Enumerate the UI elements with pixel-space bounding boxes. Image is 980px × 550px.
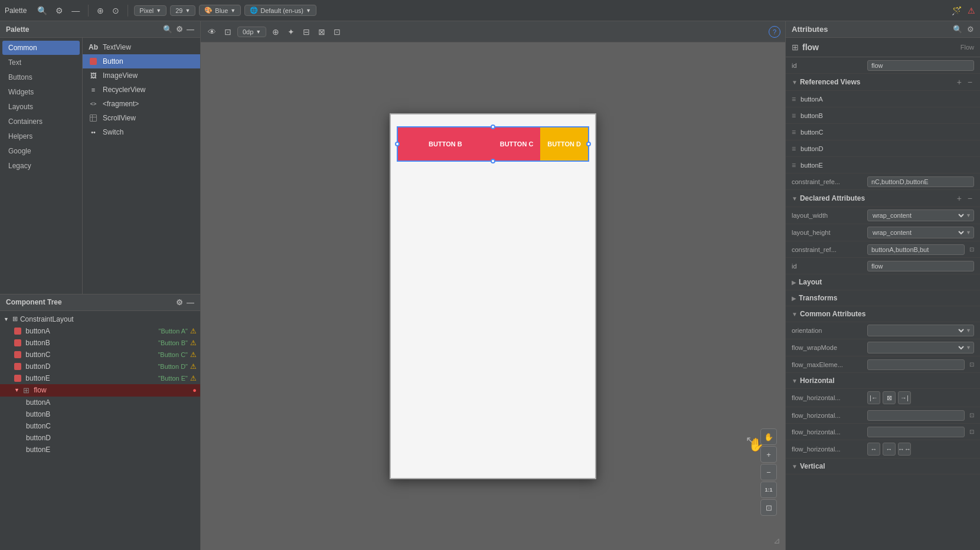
horiz-align-center-btn[interactable]: ⊠ (883, 391, 896, 404)
canvas-tool1-btn[interactable]: ⊕ (270, 26, 282, 38)
declared-attrs-header[interactable]: ▼ Declared Attributes + − (786, 190, 980, 207)
canvas-tool5-btn[interactable]: ⊡ (331, 26, 343, 38)
horiz-align-left-btn[interactable]: |← (867, 391, 880, 404)
declared-attrs-remove-icon[interactable]: − (966, 194, 974, 203)
category-common[interactable]: Common (2, 41, 80, 55)
constraint-ref-input[interactable] (867, 176, 974, 187)
tree-settings-icon[interactable]: ⚙ (176, 298, 183, 307)
category-containers[interactable]: Containers (2, 114, 80, 129)
layers-btn[interactable]: ⊕ (94, 5, 106, 17)
flow-widget[interactable]: BUTTON B BUTTON C BUTTON D (397, 126, 589, 162)
horiz-chain-spread-inside-btn[interactable]: ↔ (883, 443, 896, 456)
handle-top[interactable] (491, 125, 495, 129)
button-c[interactable]: BUTTON C (493, 127, 541, 161)
category-google[interactable]: Google (2, 144, 80, 158)
palette-item-button[interactable]: Button (83, 54, 200, 68)
button-d[interactable]: BUTTON D (540, 127, 588, 161)
horizontal-section-header[interactable]: ▼ Horizontal (786, 373, 980, 389)
category-text[interactable]: Text (2, 55, 80, 70)
zoom-out-btn[interactable]: − (760, 464, 777, 480)
orientation-select[interactable]: horizontal vertical (870, 326, 966, 335)
handle-left[interactable] (395, 142, 400, 146)
ref-views-remove-icon[interactable]: − (966, 77, 974, 87)
layout-width-select[interactable]: wrap_content match_parent match_constrai… (870, 211, 966, 220)
palette-item-scrollview[interactable]: ScrollView (83, 111, 200, 125)
button-b[interactable]: BUTTON B (398, 127, 493, 161)
canvas-dp-selector[interactable]: 0dp ▼ (237, 27, 266, 37)
horiz-chain-spread-btn[interactable]: ↔ (867, 443, 880, 456)
horiz-align-right-btn[interactable]: →| (898, 391, 911, 404)
canvas-tool3-btn[interactable]: ⊟ (300, 26, 312, 38)
palette-settings-icon[interactable]: ⚙ (176, 25, 183, 34)
category-helpers[interactable]: Helpers (2, 129, 80, 143)
tree-flow-buttonA[interactable]: buttonA (0, 397, 200, 408)
locale-selector[interactable]: 🌐 Default (en-us) ▼ (244, 5, 316, 16)
pixel-selector[interactable]: Pixel ▼ (134, 5, 166, 16)
layout-height-select-wrapper[interactable]: wrap_content match_parent ▼ (867, 227, 974, 238)
tree-constraint-layout[interactable]: ▼ ⊞ ConstraintLayout (0, 313, 200, 325)
category-layouts[interactable]: Layouts (2, 100, 80, 114)
canvas-tool4-btn[interactable]: ⊠ (316, 26, 328, 38)
declared-attrs-add-icon[interactable]: + (955, 194, 963, 203)
canvas-area[interactable]: BUTTON B BUTTON C BUTTON D ✋ + − 1:1 ⊡ ↖… (201, 42, 785, 550)
palette-item-imageview[interactable]: 🖼 ImageView (83, 68, 200, 83)
flow-horiz-bias-expand[interactable]: ⊡ (969, 412, 974, 418)
minimize-btn[interactable]: — (69, 5, 82, 17)
search-btn[interactable]: 🔍 (35, 5, 50, 17)
magic-wand-btn[interactable]: 🪄 (949, 5, 964, 17)
handle-right[interactable] (586, 142, 591, 146)
decl-id-input[interactable] (867, 261, 974, 271)
tree-flow-buttonB[interactable]: buttonB (0, 408, 200, 420)
palette-item-fragment[interactable]: <> <fragment> (83, 97, 200, 111)
palette-search-icon[interactable]: 🔍 (163, 25, 172, 34)
palette-item-switch[interactable]: •• Switch (83, 125, 200, 139)
horiz-chain-packed-btn[interactable]: ↔↔ (898, 443, 911, 456)
handle-bottom[interactable] (491, 159, 495, 163)
settings-btn[interactable]: ⚙ (53, 5, 66, 17)
category-legacy[interactable]: Legacy (2, 159, 80, 173)
tree-buttonB[interactable]: buttonB "Button B" ⚠ (0, 337, 200, 349)
theme-selector[interactable]: 🎨 Blue ▼ (199, 5, 241, 16)
canvas-eye-btn[interactable]: 👁 (205, 26, 218, 38)
flow-wrapmode-select-wrapper[interactable]: none chain aligned ▼ (867, 342, 974, 353)
decl-constraint-ref-expand[interactable]: ⊡ (969, 246, 974, 253)
fit-ratio-btn[interactable]: 1:1 (760, 482, 777, 498)
select-btn[interactable]: ⊙ (110, 5, 122, 17)
canvas-tool2-btn[interactable]: ✦ (285, 26, 297, 38)
flow-horiz-gap-expand[interactable]: ⊡ (969, 428, 974, 435)
tree-buttonC[interactable]: buttonC "Button C" ⚠ (0, 349, 200, 361)
orientation-select-wrapper[interactable]: horizontal vertical ▼ (867, 325, 974, 336)
attributes-settings-icon[interactable]: ⚙ (967, 25, 974, 34)
canvas-help-btn[interactable]: ? (769, 26, 780, 38)
tree-buttonA[interactable]: buttonA "Button A" ⚠ (0, 325, 200, 337)
layout-width-select-wrapper[interactable]: wrap_content match_parent match_constrai… (867, 209, 974, 221)
layout-height-select[interactable]: wrap_content match_parent (870, 228, 966, 237)
common-attrs-section-header[interactable]: ▼ Common Attributes (786, 306, 980, 322)
flow-wrapmode-select[interactable]: none chain aligned (870, 343, 966, 352)
decl-constraint-ref-input[interactable] (867, 244, 965, 255)
flow-horiz-bias-input[interactable] (867, 410, 965, 421)
tree-flow-buttonE[interactable]: buttonE (0, 444, 200, 456)
ref-views-add-icon[interactable]: + (955, 77, 963, 87)
referenced-views-header[interactable]: ▼ Referenced Views + − (786, 74, 980, 91)
flow-maxeleme-input[interactable] (867, 359, 965, 370)
tree-flow[interactable]: ▼ ⊞ flow ● (0, 384, 200, 397)
canvas-blueprint-btn[interactable]: ⊡ (222, 26, 234, 38)
resize-handle[interactable]: ⊿ (773, 536, 780, 545)
category-widgets[interactable]: Widgets (2, 85, 80, 99)
layout-section-header[interactable]: ▶ Layout (786, 274, 980, 290)
palette-item-textview[interactable]: Ab TextView (83, 40, 200, 54)
tree-buttonE[interactable]: buttonE "Button E" ⚠ (0, 372, 200, 384)
tree-buttonD[interactable]: buttonD "Button D" ⚠ (0, 361, 200, 372)
palette-item-recyclerview[interactable]: ≡ RecyclerView (83, 83, 200, 97)
attributes-search-icon[interactable]: 🔍 (953, 25, 962, 34)
zoom-selector[interactable]: 29 ▼ (170, 5, 195, 16)
palette-minimize-icon[interactable]: — (187, 25, 194, 34)
category-buttons[interactable]: Buttons (2, 70, 80, 84)
flow-maxeleme-expand[interactable]: ⊡ (969, 361, 974, 368)
tree-flow-buttonD[interactable]: buttonD (0, 432, 200, 444)
tree-flow-buttonC[interactable]: buttonC (0, 420, 200, 432)
transforms-section-header[interactable]: ▶ Transforms (786, 290, 980, 306)
attr-id-input[interactable] (867, 60, 974, 71)
flow-horiz-gap-input[interactable] (867, 427, 965, 437)
